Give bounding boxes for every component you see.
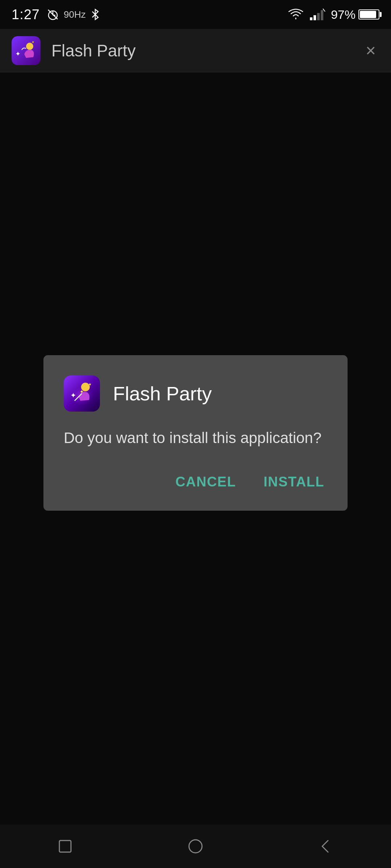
svg-rect-6 (317, 13, 320, 20)
refresh-rate-icon: 90Hz (64, 9, 86, 20)
svg-text:✦: ✦ (70, 391, 76, 399)
app-bar-icon: ✦ ✦ (12, 36, 41, 65)
svg-point-21 (189, 840, 202, 853)
status-icons-left: 90Hz (46, 8, 100, 21)
dialog-message: Do you want to install this application? (64, 427, 327, 449)
svg-text:★: ★ (88, 382, 92, 386)
svg-text:✦: ✦ (31, 40, 34, 44)
dialog-title: Flash Party (113, 382, 212, 405)
nav-recents-button[interactable] (51, 832, 80, 861)
battery-icon (358, 9, 379, 20)
main-content: ✦ ✦ ★ Flash Party Do you want to install… (0, 72, 391, 825)
bluetooth-icon (90, 8, 100, 21)
status-icons-right: 97% (287, 8, 379, 22)
battery-container: 97% (331, 8, 379, 22)
status-left: 1:27 90Hz (12, 7, 100, 22)
nav-home-button[interactable] (181, 832, 210, 861)
app-bar: ✦ ✦ Flash Party × (0, 29, 391, 72)
svg-rect-7 (321, 10, 323, 20)
status-right: 97% (287, 8, 379, 22)
nav-bar (0, 825, 391, 868)
wifi-icon (287, 8, 304, 21)
app-bar-title: Flash Party (51, 41, 136, 60)
status-time: 1:27 (12, 7, 40, 22)
svg-text:✦: ✦ (15, 50, 21, 58)
dialog-header: ✦ ✦ ★ Flash Party (64, 375, 327, 412)
svg-text:✦: ✦ (80, 389, 84, 395)
nav-back-button[interactable] (311, 832, 340, 861)
close-button[interactable]: × (362, 38, 379, 63)
install-dialog: ✦ ✦ ★ Flash Party Do you want to install… (43, 355, 348, 511)
svg-rect-20 (59, 841, 71, 852)
svg-rect-4 (310, 17, 312, 20)
svg-rect-5 (314, 15, 316, 20)
app-bar-left: ✦ ✦ Flash Party (12, 36, 136, 65)
install-button[interactable]: INSTALL (261, 471, 327, 493)
status-bar: 1:27 90Hz (0, 0, 391, 29)
battery-percent: 97% (331, 8, 356, 22)
signal-icon (309, 8, 326, 21)
battery-fill (360, 11, 376, 18)
dialog-app-icon: ✦ ✦ ★ (64, 375, 100, 412)
cancel-button[interactable]: CANCEL (173, 471, 239, 493)
dialog-actions: CANCEL INSTALL (64, 471, 327, 493)
alarm-off-icon (46, 8, 59, 21)
